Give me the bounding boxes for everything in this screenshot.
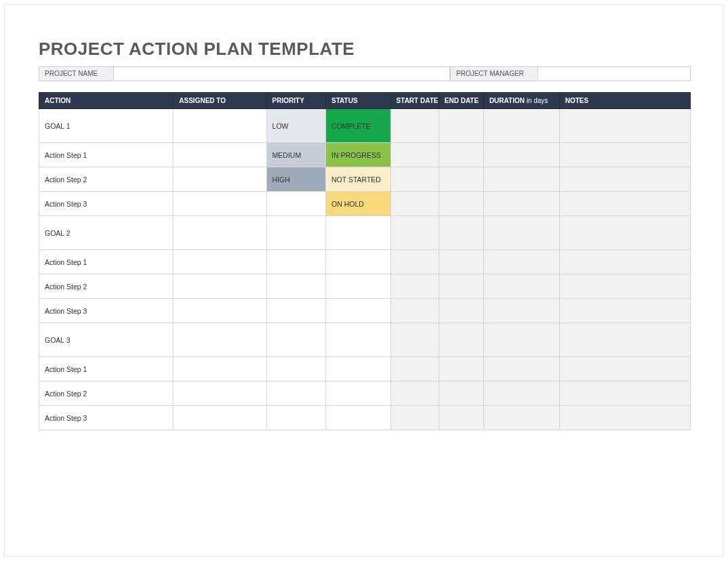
cell-assigned_to[interactable] <box>174 216 266 250</box>
cell-status[interactable] <box>326 299 391 323</box>
cell-start[interactable] <box>390 216 439 250</box>
cell-assigned_to[interactable] <box>174 323 266 357</box>
project-name-field[interactable] <box>114 67 450 81</box>
cell-assigned_to[interactable] <box>174 250 266 274</box>
cell-status[interactable] <box>326 274 391 299</box>
cell-priority[interactable] <box>266 381 325 406</box>
cell-notes[interactable] <box>559 143 690 167</box>
cell-duration[interactable] <box>483 274 559 299</box>
cell-notes[interactable] <box>559 192 690 216</box>
cell-start[interactable] <box>390 192 439 216</box>
cell-assigned_to[interactable] <box>174 109 266 143</box>
cell-start[interactable] <box>390 143 439 167</box>
cell-priority[interactable] <box>266 274 325 299</box>
cell-end[interactable] <box>439 192 483 216</box>
cell-priority[interactable] <box>266 323 325 357</box>
cell-notes[interactable] <box>559 109 690 143</box>
cell-end[interactable] <box>439 143 483 167</box>
cell-start[interactable] <box>390 250 439 274</box>
cell-priority[interactable]: HIGH <box>266 167 325 192</box>
cell-action[interactable]: GOAL 3 <box>39 323 174 357</box>
cell-status[interactable] <box>326 250 391 274</box>
cell-start[interactable] <box>390 274 439 299</box>
cell-end[interactable] <box>439 357 483 381</box>
cell-action[interactable]: Action Step 1 <box>39 357 174 381</box>
cell-notes[interactable] <box>559 406 690 430</box>
cell-duration[interactable] <box>483 299 559 323</box>
cell-status[interactable] <box>326 216 391 250</box>
cell-end[interactable] <box>439 109 483 143</box>
cell-end[interactable] <box>439 406 483 430</box>
cell-priority[interactable]: MEDIUM <box>266 143 325 167</box>
cell-start[interactable] <box>390 357 439 381</box>
cell-notes[interactable] <box>559 274 690 299</box>
cell-end[interactable] <box>439 167 483 192</box>
cell-action[interactable]: Action Step 3 <box>39 192 174 216</box>
cell-duration[interactable] <box>483 381 559 406</box>
col-status: STATUS <box>326 93 391 109</box>
cell-action[interactable]: Action Step 2 <box>39 381 174 406</box>
cell-duration[interactable] <box>483 357 559 381</box>
cell-status[interactable]: COMPLETE <box>326 109 391 143</box>
cell-status[interactable] <box>326 357 391 381</box>
cell-start[interactable] <box>390 323 439 357</box>
cell-status[interactable] <box>326 323 391 357</box>
cell-duration[interactable] <box>483 250 559 274</box>
document-page: PROJECT ACTION PLAN TEMPLATE PROJECT NAM… <box>4 4 724 557</box>
cell-assigned_to[interactable] <box>174 406 266 430</box>
cell-end[interactable] <box>439 216 483 250</box>
cell-notes[interactable] <box>559 250 690 274</box>
cell-notes[interactable] <box>559 216 690 250</box>
cell-assigned_to[interactable] <box>174 357 266 381</box>
cell-action[interactable]: Action Step 1 <box>39 143 174 167</box>
cell-duration[interactable] <box>483 406 559 430</box>
cell-end[interactable] <box>439 299 483 323</box>
cell-end[interactable] <box>439 274 483 299</box>
project-manager-field[interactable] <box>538 67 674 81</box>
cell-assigned_to[interactable] <box>174 299 266 323</box>
cell-assigned_to[interactable] <box>174 381 266 406</box>
cell-assigned_to[interactable] <box>174 167 266 192</box>
cell-notes[interactable] <box>559 357 690 381</box>
cell-priority[interactable] <box>266 406 325 430</box>
cell-priority[interactable]: LOW <box>266 109 325 143</box>
cell-start[interactable] <box>390 167 439 192</box>
cell-action[interactable]: GOAL 1 <box>39 109 174 143</box>
cell-priority[interactable] <box>266 250 325 274</box>
cell-action[interactable]: Action Step 3 <box>39 406 174 430</box>
cell-status[interactable]: IN PROGRESS <box>326 143 391 167</box>
cell-end[interactable] <box>439 381 483 406</box>
cell-status[interactable] <box>326 406 391 430</box>
cell-action[interactable]: GOAL 2 <box>39 216 174 250</box>
cell-start[interactable] <box>390 109 439 143</box>
cell-priority[interactable] <box>266 216 325 250</box>
cell-end[interactable] <box>439 250 483 274</box>
cell-status[interactable]: NOT STARTED <box>326 167 391 192</box>
cell-notes[interactable] <box>559 299 690 323</box>
cell-assigned_to[interactable] <box>174 274 266 299</box>
cell-action[interactable]: Action Step 1 <box>39 250 174 274</box>
cell-status[interactable] <box>326 381 391 406</box>
cell-start[interactable] <box>390 406 439 430</box>
cell-status[interactable]: ON HOLD <box>326 192 391 216</box>
cell-duration[interactable] <box>483 167 559 192</box>
cell-end[interactable] <box>439 323 483 357</box>
cell-duration[interactable] <box>483 323 559 357</box>
cell-notes[interactable] <box>559 381 690 406</box>
cell-duration[interactable] <box>483 216 559 250</box>
cell-assigned_to[interactable] <box>174 143 266 167</box>
cell-priority[interactable] <box>266 192 325 216</box>
cell-action[interactable]: Action Step 2 <box>39 274 174 299</box>
cell-duration[interactable] <box>483 109 559 143</box>
cell-duration[interactable] <box>483 192 559 216</box>
cell-priority[interactable] <box>266 299 325 323</box>
cell-notes[interactable] <box>559 323 690 357</box>
cell-action[interactable]: Action Step 3 <box>39 299 174 323</box>
cell-duration[interactable] <box>483 143 559 167</box>
cell-notes[interactable] <box>559 167 690 192</box>
cell-assigned_to[interactable] <box>174 192 266 216</box>
cell-action[interactable]: Action Step 2 <box>39 167 174 192</box>
cell-priority[interactable] <box>266 357 325 381</box>
cell-start[interactable] <box>390 381 439 406</box>
cell-start[interactable] <box>390 299 439 323</box>
